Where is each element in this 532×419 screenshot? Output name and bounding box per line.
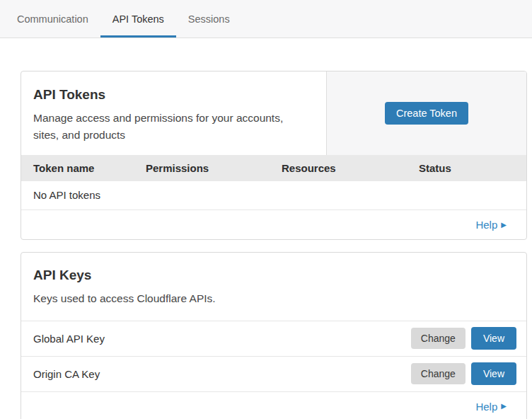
tab-api-tokens[interactable]: API Tokens [100, 0, 176, 38]
api-tokens-card-header-text: API Tokens Manage access and permissions… [21, 71, 326, 155]
api-tokens-title: API Tokens [33, 87, 312, 103]
origin-ca-key-view-button[interactable]: View [471, 362, 516, 385]
api-tokens-card: API Tokens Manage access and permissions… [21, 71, 527, 240]
api-tokens-card-footer: Help ▶ [21, 210, 526, 239]
api-tokens-help-link[interactable]: Help ▶ [475, 219, 507, 231]
tokens-table-empty-message: No API tokens [21, 181, 526, 210]
api-keys-help-link[interactable]: Help ▶ [475, 401, 507, 413]
page-content: API Tokens Manage access and permissions… [0, 38, 532, 419]
api-tokens-description: Manage access and permissions for your a… [33, 110, 306, 143]
global-api-key-change-button[interactable]: Change [411, 328, 466, 349]
api-keys-card-header: API Keys Keys used to access Cloudflare … [21, 253, 526, 321]
help-link-label: Help [475, 401, 497, 413]
global-api-key-view-button[interactable]: View [471, 327, 516, 350]
help-link-label: Help [475, 219, 497, 231]
api-keys-card-footer: Help ▶ [21, 391, 526, 419]
origin-ca-key-row: Origin CA Key Change View [21, 356, 526, 391]
global-api-key-row: Global API Key Change View [21, 321, 526, 356]
api-keys-card: API Keys Keys used to access Cloudflare … [21, 252, 527, 419]
help-arrow-icon: ▶ [501, 403, 507, 410]
create-token-button[interactable]: Create Token [385, 102, 468, 125]
tab-communication[interactable]: Communication [5, 0, 100, 38]
api-keys-description: Keys used to access Cloudflare APIs. [33, 290, 306, 307]
tokens-table-header-resources: Resources [282, 162, 419, 174]
help-arrow-icon: ▶ [501, 222, 507, 229]
tokens-table-header-status: Status [419, 162, 526, 174]
tab-sessions[interactable]: Sessions [176, 0, 242, 38]
tokens-table-header-token-name: Token name [21, 162, 146, 174]
tokens-table-header-permissions: Permissions [146, 162, 282, 174]
api-tokens-card-header-actions: Create Token [326, 71, 526, 155]
api-keys-title: API Keys [33, 268, 514, 283]
origin-ca-key-label: Origin CA Key [33, 368, 411, 380]
settings-tab-bar: Communication API Tokens Sessions [0, 0, 532, 38]
api-tokens-card-header: API Tokens Manage access and permissions… [21, 71, 526, 155]
global-api-key-label: Global API Key [33, 333, 411, 345]
origin-ca-key-change-button[interactable]: Change [411, 363, 466, 384]
tokens-table-header-row: Token name Permissions Resources Status [21, 155, 526, 181]
